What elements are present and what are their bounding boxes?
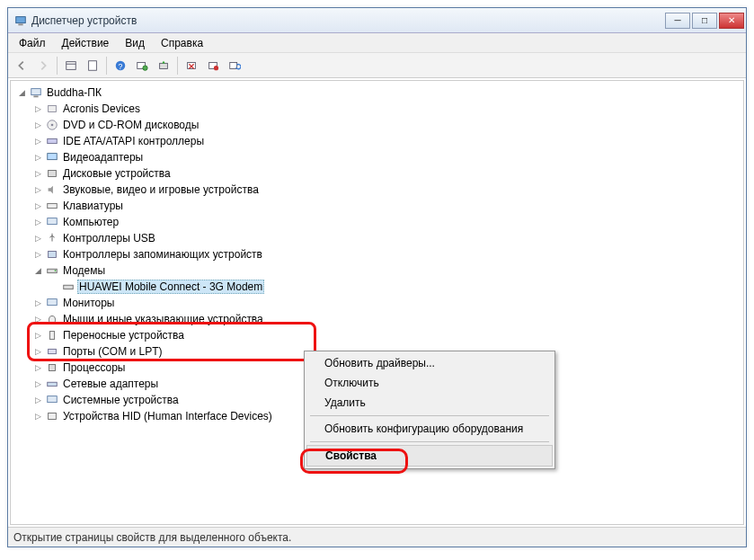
scan-button[interactable] bbox=[132, 56, 152, 76]
svg-text:?: ? bbox=[119, 61, 123, 70]
ctx-rescan[interactable]: Обновить конфигурацию оборудования bbox=[306, 419, 553, 439]
expand-icon[interactable]: ▷ bbox=[32, 347, 43, 356]
expand-icon[interactable]: ▷ bbox=[32, 298, 43, 307]
svg-point-20 bbox=[51, 124, 54, 127]
svg-rect-37 bbox=[49, 413, 57, 420]
tree-item-storage[interactable]: ▷Контроллеры запоминающих устройств bbox=[32, 246, 743, 262]
system-icon bbox=[45, 393, 59, 407]
close-button[interactable]: ✕ bbox=[719, 13, 744, 29]
menu-help[interactable]: Справка bbox=[154, 35, 210, 51]
svg-rect-33 bbox=[49, 349, 57, 353]
svg-rect-21 bbox=[48, 138, 58, 143]
svg-rect-24 bbox=[48, 203, 58, 208]
expand-icon[interactable]: ▷ bbox=[32, 379, 43, 388]
tree-item-acronis[interactable]: ▷Acronis Devices bbox=[32, 101, 743, 117]
tree-root-label: Buddha-ПК bbox=[45, 86, 103, 99]
expand-icon[interactable]: ▷ bbox=[32, 234, 43, 243]
tree-item-dvd[interactable]: ▷DVD и CD-ROM дисководы bbox=[32, 117, 743, 133]
svg-rect-0 bbox=[16, 16, 26, 22]
cpu-icon bbox=[45, 360, 59, 375]
tree-item-usb[interactable]: ▷Контроллеры USB bbox=[32, 230, 743, 246]
modem-icon bbox=[45, 263, 59, 278]
expand-icon[interactable]: ▷ bbox=[32, 396, 43, 404]
svg-rect-25 bbox=[48, 218, 58, 225]
svg-rect-34 bbox=[49, 365, 56, 371]
toolbar-separator bbox=[57, 57, 58, 75]
tree-item-keyboard[interactable]: ▷Клавиатуры bbox=[32, 198, 743, 214]
titlebar: Диспетчер устройств ─ □ ✕ bbox=[8, 8, 746, 33]
help-button[interactable]: ? bbox=[111, 56, 130, 76]
tree-item-disk[interactable]: ▷Дисковые устройства bbox=[32, 165, 743, 182]
svg-rect-18 bbox=[49, 106, 57, 112]
expand-icon[interactable]: ▷ bbox=[32, 315, 43, 324]
tree-item-sound[interactable]: ▷Звуковые, видео и игровые устройства bbox=[32, 182, 743, 198]
expand-icon[interactable]: ▷ bbox=[32, 218, 43, 227]
network-icon bbox=[45, 377, 59, 391]
tree-item-ide[interactable]: ▷IDE ATA/ATAPI контроллеры bbox=[32, 133, 743, 149]
tree-item-huawei-modem[interactable]: HUAWEI Mobile Connect - 3G Modem bbox=[49, 279, 743, 295]
expand-icon[interactable]: ▷ bbox=[32, 104, 43, 113]
tree-item-monitors[interactable]: ▷Мониторы bbox=[32, 295, 743, 311]
ctx-update-drivers[interactable]: Обновить драйверы... bbox=[306, 353, 553, 373]
usb-icon bbox=[45, 231, 59, 245]
svg-rect-30 bbox=[48, 299, 58, 306]
update-driver-button[interactable] bbox=[154, 56, 173, 76]
expand-icon[interactable]: ▷ bbox=[32, 185, 43, 194]
expand-icon[interactable]: ▷ bbox=[32, 363, 43, 372]
menu-action[interactable]: Действие bbox=[55, 35, 117, 51]
tree-item-modems[interactable]: ◢Модемы bbox=[32, 262, 743, 279]
uninstall-button[interactable] bbox=[182, 56, 201, 76]
device-manager-window: Диспетчер устройств ─ □ ✕ Файл Действие … bbox=[7, 7, 747, 547]
expand-icon[interactable]: ▷ bbox=[32, 120, 43, 129]
expand-icon[interactable]: ▷ bbox=[32, 331, 43, 340]
app-icon bbox=[13, 13, 28, 28]
modems-children: HUAWEI Mobile Connect - 3G Modem bbox=[32, 279, 743, 295]
properties-button[interactable] bbox=[83, 56, 102, 76]
ctx-separator bbox=[310, 415, 549, 416]
svg-rect-32 bbox=[49, 332, 54, 340]
menubar: Файл Действие Вид Справка bbox=[8, 33, 746, 53]
toolbar-separator bbox=[177, 57, 178, 75]
expand-icon[interactable]: ▷ bbox=[32, 153, 43, 162]
expand-icon[interactable]: ▷ bbox=[32, 201, 43, 210]
ctx-properties[interactable]: Свойства bbox=[306, 445, 553, 467]
expand-icon[interactable]: ▷ bbox=[32, 169, 43, 178]
svg-rect-22 bbox=[48, 154, 58, 160]
forward-button[interactable] bbox=[33, 56, 53, 76]
context-menu: Обновить драйверы... Отключить Удалить О… bbox=[304, 351, 555, 469]
portable-icon bbox=[45, 328, 59, 342]
sound-icon bbox=[45, 182, 59, 197]
expand-icon[interactable]: ▷ bbox=[32, 412, 43, 421]
back-button[interactable] bbox=[12, 56, 31, 76]
minimize-button[interactable]: ─ bbox=[665, 13, 690, 29]
menu-file[interactable]: Файл bbox=[12, 35, 53, 51]
tree-root[interactable]: ◢ Buddha-ПК bbox=[16, 84, 743, 101]
collapse-icon[interactable]: ◢ bbox=[32, 266, 43, 275]
tree-item-portable[interactable]: ▷Переносные устройства bbox=[32, 327, 743, 343]
window-title: Диспетчер устройств bbox=[31, 14, 665, 27]
ctx-delete[interactable]: Удалить bbox=[306, 393, 553, 413]
toolbar: ? bbox=[8, 53, 746, 78]
modem-icon bbox=[61, 280, 75, 294]
show-hide-button[interactable] bbox=[61, 56, 81, 76]
device-icon bbox=[45, 102, 59, 116]
keyboard-icon bbox=[45, 199, 59, 213]
svg-rect-4 bbox=[89, 60, 97, 70]
rescan-button[interactable] bbox=[225, 56, 244, 76]
status-text: Открытие страницы свойств для выделенног… bbox=[13, 531, 291, 544]
disable-button[interactable] bbox=[203, 56, 223, 76]
tree-item-mice[interactable]: ▷Мыши и иные указывающие устройства bbox=[32, 311, 743, 327]
svg-rect-23 bbox=[49, 171, 57, 177]
menu-view[interactable]: Вид bbox=[118, 35, 152, 51]
expand-icon[interactable]: ▷ bbox=[32, 137, 43, 146]
ctx-separator bbox=[310, 441, 549, 442]
maximize-button[interactable]: □ bbox=[692, 13, 717, 29]
expand-icon[interactable]: ▷ bbox=[32, 250, 43, 259]
collapse-icon[interactable]: ◢ bbox=[16, 88, 27, 97]
svg-rect-17 bbox=[33, 96, 38, 98]
svg-point-28 bbox=[55, 270, 57, 271]
tree-item-computer[interactable]: ▷Компьютер bbox=[32, 214, 743, 230]
tree-item-video[interactable]: ▷Видеоадаптеры bbox=[32, 149, 743, 165]
ctx-disable[interactable]: Отключить bbox=[306, 373, 553, 393]
pc-icon bbox=[45, 215, 59, 229]
